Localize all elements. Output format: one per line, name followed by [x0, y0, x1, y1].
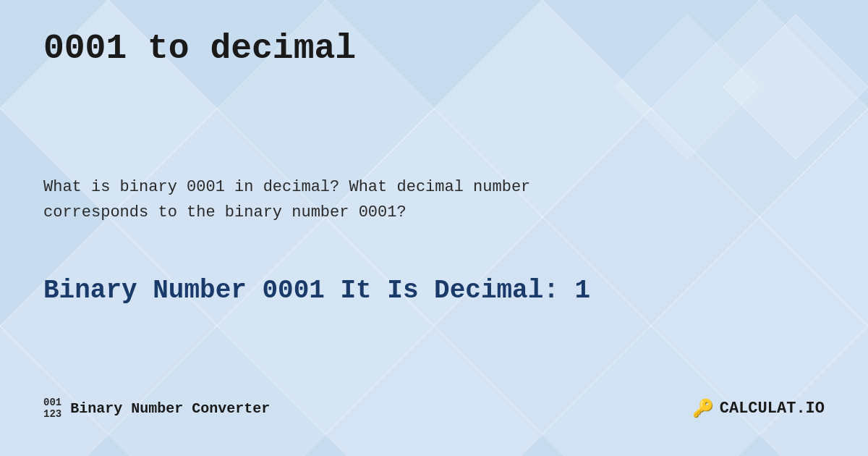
result-text: Binary Number 0001 It Is Decimal: 1 [43, 276, 825, 305]
footer-converter-title: Binary Number Converter [70, 400, 270, 417]
page-content: 0001 to decimal What is binary 0001 in d… [0, 0, 868, 456]
page-title: 0001 to decimal [43, 29, 825, 75]
calculat-io-logo: 🔑 CALCULAT.IO [692, 398, 825, 419]
page-footer: 001 123 Binary Number Converter 🔑 CALCUL… [43, 397, 825, 427]
logo-text: CALCULAT.IO [720, 400, 825, 418]
description-text: What is binary 0001 in decimal? What dec… [43, 174, 694, 225]
description-line1: What is binary 0001 in decimal? What dec… [43, 178, 530, 196]
binary-number-icon: 001 123 [43, 397, 61, 420]
logo-icon: 🔑 [692, 398, 714, 419]
title-heading: 0001 to decimal [43, 29, 825, 68]
binary-icon-top: 001 [43, 397, 61, 408]
description-line2: corresponds to the binary number 0001? [43, 203, 407, 221]
main-section: What is binary 0001 in decimal? What dec… [43, 75, 825, 397]
binary-icon-bottom: 123 [43, 409, 61, 420]
footer-left: 001 123 Binary Number Converter [43, 397, 270, 420]
